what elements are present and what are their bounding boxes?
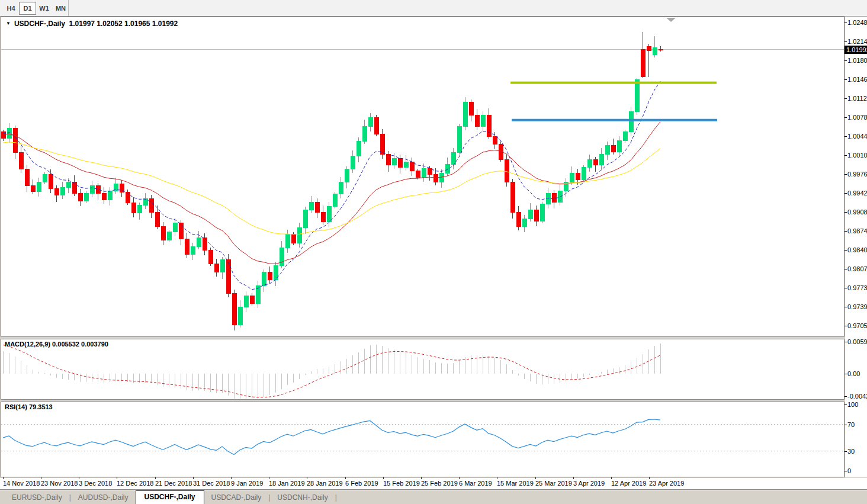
axis-tick: [844, 250, 847, 251]
timeframe-button-w1[interactable]: W1: [36, 2, 53, 15]
price-axis-label: 0.98400: [847, 246, 867, 253]
date-axis-label: 9 Jan 2019: [231, 480, 263, 487]
price-axis-label: 0.99080: [847, 208, 867, 216]
date-axis-label: 23 Nov 2018: [41, 480, 78, 487]
macd-signal-line: [3, 345, 660, 397]
trendline-resistance-upper[interactable]: [510, 82, 717, 84]
axis-tick: [844, 231, 847, 232]
axis-tick: [844, 23, 847, 23]
symbol-dropdown-icon[interactable]: ▼: [6, 21, 11, 26]
pane-separator[interactable]: [1, 399, 844, 402]
price-axis-label: 1.01120: [847, 95, 867, 102]
chart-symbol: USDCHF-,Daily: [14, 20, 65, 28]
date-axis-label: 25 Mar 2019: [535, 480, 572, 487]
tab-audusd-daily[interactable]: AUDUSD-,Daily: [71, 492, 136, 504]
macd-signal-value: 0.003790: [81, 341, 108, 348]
date-tick: [307, 477, 307, 479]
ohlc-low: 1.01965: [124, 20, 150, 28]
timeframe-button-mn[interactable]: MN: [52, 2, 69, 15]
macd-pane[interactable]: [1, 339, 844, 399]
date-tick: [535, 477, 536, 479]
date-tick: [117, 477, 117, 479]
candles: [1, 32, 663, 330]
axis-tick: [844, 155, 847, 156]
autoscroll-marker-icon: [666, 18, 676, 22]
date-tick: [41, 477, 41, 479]
pane-separator[interactable]: [1, 336, 844, 339]
chart-tabbar: EURUSD-,Daily|AUDUSD-,DailyUSDCHF-,Daily…: [0, 489, 867, 504]
rsi-axis-label: 70: [847, 421, 855, 428]
rsi-axis-label: 30: [847, 448, 855, 455]
current-price-tag: 1.01992: [844, 46, 867, 54]
rsi-pane[interactable]: [1, 402, 844, 477]
date-axis-label: 3 Apr 2019: [573, 480, 605, 487]
tab-eurusd-daily[interactable]: EURUSD-,Daily: [5, 492, 69, 504]
macd-main-value: 0.005532: [52, 341, 79, 348]
tab-usdcnh-daily[interactable]: USDCNH-,Daily: [270, 492, 335, 504]
timeframe-button-d1[interactable]: D1: [19, 2, 36, 15]
date-axis-label: 23 Apr 2019: [649, 480, 684, 487]
macd-axis-label: -0.004244: [847, 393, 867, 400]
date-axis-label: 28 Jan 2019: [307, 480, 343, 487]
axis-tick: [844, 307, 847, 307]
price-axis-label: 1.00100: [847, 152, 867, 159]
tab-usdchf-daily[interactable]: USDCHF-,Daily: [136, 490, 204, 504]
date-tick: [611, 477, 612, 479]
axis-tick: [844, 60, 847, 61]
axis-tick: [844, 98, 847, 99]
date-tick: [459, 477, 460, 479]
date-axis-label: 15 Feb 2019: [383, 480, 420, 487]
tab-usdcad-daily[interactable]: USDCAD-,Daily: [204, 492, 269, 504]
axis-tick: [844, 193, 847, 194]
price-axis-label: 1.00440: [847, 133, 867, 140]
axis-tick: [844, 269, 847, 269]
date-axis-label: 12 Dec 2018: [117, 480, 153, 487]
date-tick: [269, 477, 269, 479]
date-axis-label: 25 Feb 2019: [421, 480, 458, 487]
date-tick: [497, 477, 497, 479]
price-axis-label: 1.02480: [847, 19, 867, 26]
date-tick: [231, 477, 232, 479]
date-axis-label: 6 Mar 2019: [459, 480, 492, 487]
tab-separator: |: [335, 493, 337, 504]
date-tick: [79, 477, 79, 479]
axis-tick: [844, 174, 847, 175]
date-tick: [421, 477, 422, 479]
ohlc-close: 1.01992: [152, 20, 178, 28]
main-chart-pane[interactable]: [1, 17, 844, 336]
axis-tick: [844, 288, 847, 288]
macd-label: MACD(12,26,9) 0.005532 0.003790: [5, 341, 108, 348]
date-axis-label: 31 Dec 2018: [193, 480, 230, 487]
price-axis-label: 1.01460: [847, 76, 867, 83]
price-axis-label: 1.02140: [847, 38, 867, 45]
date-axis-label: 3 Dec 2018: [79, 480, 112, 487]
ohlc-high: 1.02052: [97, 20, 122, 28]
axis-tick: [844, 41, 847, 42]
macd-axis-label: 0.00: [847, 370, 860, 377]
ma-fast-line: [3, 81, 660, 290]
date-tick: [383, 477, 384, 479]
price-axis-label: 0.97050: [847, 322, 867, 329]
price-axis-label: 1.01800: [847, 57, 867, 64]
date-axis-label: 6 Feb 2019: [345, 480, 378, 487]
macd-axis-label: 0.005997: [847, 338, 867, 345]
axis-tick: [844, 374, 847, 374]
date-axis-label: 18 Jan 2019: [269, 480, 305, 487]
date-axis-label: 14 Nov 2018: [3, 480, 40, 487]
axis-tick: [844, 471, 847, 471]
macd-histogram: [4, 344, 661, 399]
date-axis-label: 15 Mar 2019: [497, 480, 534, 487]
date-axis[interactable]: 14 Nov 201823 Nov 20183 Dec 201812 Dec 2…: [0, 478, 867, 489]
axis-tick: [844, 136, 847, 137]
axis-tick: [844, 396, 847, 397]
chart-title: ▼USDCHF-,Daily 1.01997 1.02052 1.01965 1…: [6, 20, 178, 28]
trendline-resistance-lower[interactable]: [512, 119, 717, 121]
rsi-label: RSI(14) 79.3513: [5, 403, 53, 410]
price-axis-label: 1.00780: [847, 114, 867, 121]
axis-tick: [844, 405, 847, 405]
date-axis-label: 21 Dec 2018: [155, 480, 192, 487]
ohlc-open: 1.01997: [69, 20, 95, 28]
date-tick: [649, 477, 650, 479]
axis-tick: [844, 117, 847, 118]
timeframe-button-h4[interactable]: H4: [2, 2, 20, 15]
